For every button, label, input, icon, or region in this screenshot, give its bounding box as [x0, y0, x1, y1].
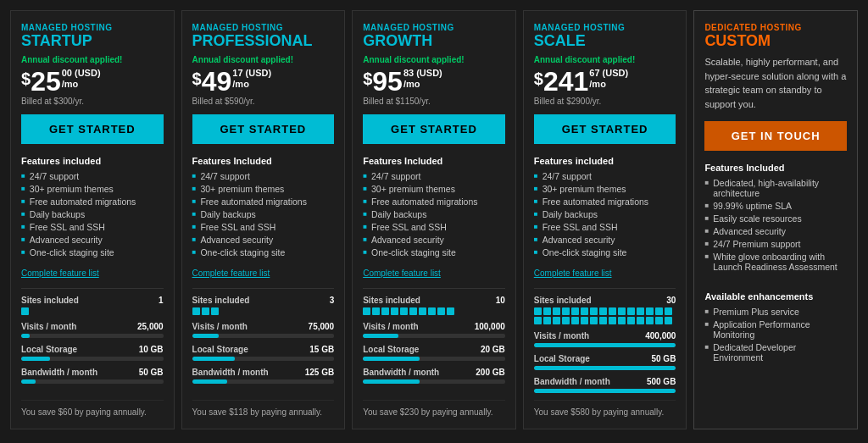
storage-row: Local Storage 20 GB	[363, 345, 505, 361]
dedicated-feature-list: Dedicated, high-availability architectur…	[704, 178, 847, 274]
feature-item: 30+ premium themes	[192, 184, 335, 194]
plan-name: STARTUP	[21, 32, 164, 50]
feature-item: One-click staging site	[192, 247, 335, 257]
price-sup: 17 (USD)	[232, 68, 271, 79]
site-dot	[627, 307, 635, 315]
visits-progress-bg	[534, 343, 676, 347]
site-dot	[202, 307, 209, 315]
feature-item: One-click staging site	[534, 247, 676, 257]
sites-value: 10	[496, 296, 505, 305]
site-dot	[665, 317, 672, 324]
feature-item: Daily backups	[363, 209, 505, 219]
get-started-button[interactable]: GET STARTED	[21, 114, 164, 144]
visits-header: Visits / month 75,000	[192, 322, 335, 331]
sites-label: Sites included	[534, 296, 592, 305]
discount-badge: Annual discount applied!	[192, 55, 335, 64]
bandwidth-header: Bandwidth / month 200 GB	[363, 368, 505, 377]
bandwidth-value: 200 GB	[476, 368, 504, 377]
enhancement-item: Premium Plus service	[704, 307, 847, 317]
storage-value: 15 GB	[309, 345, 334, 354]
site-dot	[543, 317, 551, 324]
bandwidth-row: Bandwidth / month 125 GB	[192, 368, 335, 384]
features-label: Features Included	[363, 156, 505, 166]
site-dot	[363, 307, 370, 315]
complete-feature-link[interactable]: Complete feature list	[21, 269, 164, 278]
dedicated-plan-name: CUSTOM	[704, 32, 847, 50]
visits-progress-fill	[192, 334, 220, 338]
enhancement-item: Application Performance Monitoring	[704, 319, 847, 340]
site-dot	[21, 307, 29, 315]
storage-row: Local Storage 10 GB	[21, 345, 164, 361]
savings-note: You save $60 by paying annually.	[21, 400, 164, 417]
discount-badge: Annual discount applied!	[21, 55, 164, 64]
visits-row: Visits / month 25,000	[21, 322, 164, 338]
feature-item: 24/7 support	[21, 171, 164, 181]
bandwidth-header: Bandwidth / month 50 GB	[21, 368, 164, 377]
feature-item: Daily backups	[192, 209, 335, 219]
site-dot	[534, 307, 542, 315]
feature-item: Free SSL and SSH	[363, 222, 505, 232]
visits-label: Visits / month	[192, 322, 248, 331]
storage-value: 10 GB	[139, 345, 164, 354]
price-main: 49	[202, 68, 232, 95]
bandwidth-row: Bandwidth / month 500 GB	[534, 377, 676, 393]
dedicated-feature-item: Easily scale resources	[704, 213, 847, 224]
complete-feature-link[interactable]: Complete feature list	[192, 269, 335, 278]
feature-list: 24/7 support30+ premium themesFree autom…	[534, 171, 676, 260]
feature-item: Advanced security	[21, 235, 164, 245]
visits-progress-bg	[192, 334, 335, 338]
site-dot	[211, 307, 219, 315]
price-main: 95	[372, 68, 403, 95]
site-dot	[665, 307, 672, 315]
get-started-button[interactable]: GET STARTED	[192, 114, 335, 144]
price-dollar-sign: $	[192, 69, 202, 89]
storage-label: Local Storage	[21, 345, 77, 354]
plan-name: PROFESSIONAL	[192, 32, 335, 50]
sites-label: Sites included	[363, 296, 420, 305]
feature-item: 30+ premium themes	[363, 184, 505, 194]
price-cents-mo: 00 (USD) /mo	[62, 68, 101, 89]
site-dot	[618, 307, 626, 315]
feature-list: 24/7 support30+ premium themesFree autom…	[21, 171, 164, 260]
stats-section: Sites included 1 Visits / month 25,000 L…	[21, 288, 164, 390]
get-started-button[interactable]: GET STARTED	[534, 114, 676, 144]
storage-progress-bg	[21, 357, 164, 361]
site-dot	[381, 307, 389, 315]
sites-label: Sites included	[21, 296, 79, 305]
get-started-button[interactable]: GET STARTED	[363, 114, 505, 144]
dedicated-features-label: Features Included	[704, 163, 847, 173]
site-dot	[590, 317, 598, 324]
site-dot	[409, 307, 417, 315]
dedicated-plan-type: DEDICATED HOSTING	[704, 23, 847, 32]
price-row: $ 49 17 (USD) /mo	[192, 68, 335, 95]
feature-item: Free automated migrations	[21, 197, 164, 207]
complete-feature-link[interactable]: Complete feature list	[534, 269, 676, 278]
bandwidth-progress-bg	[534, 389, 676, 393]
billed-at: Billed at $590/yr.	[192, 97, 335, 106]
site-dot	[655, 307, 663, 315]
savings-note: You save $230 by paying annually.	[363, 400, 505, 417]
visits-value: 400,000	[645, 331, 676, 341]
bandwidth-value: 500 GB	[647, 377, 676, 386]
feature-item: Free automated migrations	[192, 197, 335, 207]
visits-header: Visits / month 100,000	[363, 322, 505, 331]
visits-value: 75,000	[309, 322, 335, 331]
price-per-mo: /mo	[589, 79, 628, 89]
site-dot	[618, 317, 626, 324]
visits-label: Visits / month	[534, 331, 589, 341]
complete-feature-link[interactable]: Complete feature list	[363, 269, 505, 278]
feature-item: Free SSL and SSH	[534, 222, 676, 232]
site-dot	[609, 307, 616, 315]
visits-progress-bg	[21, 334, 164, 338]
get-in-touch-button[interactable]: GET IN TOUCH	[704, 121, 847, 151]
feature-item: Advanced security	[192, 235, 335, 245]
sites-dots	[192, 307, 335, 315]
site-dot	[571, 307, 579, 315]
bandwidth-value: 50 GB	[139, 368, 164, 377]
bandwidth-progress-fill	[192, 379, 228, 384]
site-dot	[599, 317, 607, 324]
bandwidth-label: Bandwidth / month	[363, 368, 439, 377]
plan-name: SCALE	[534, 32, 676, 50]
site-dot	[646, 307, 654, 315]
sites-header: Sites included 10	[363, 296, 505, 305]
